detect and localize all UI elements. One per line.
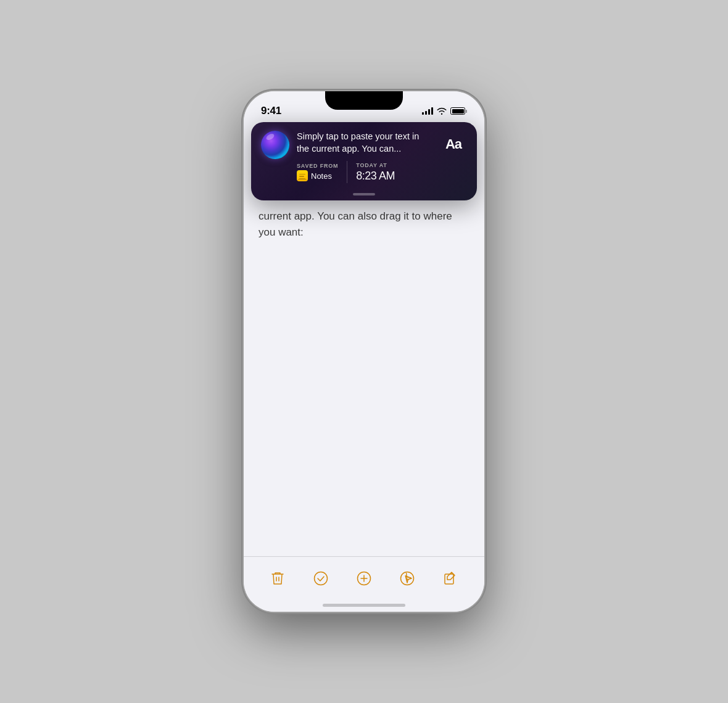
content-text: current app. You can also drag it to whe… [259, 208, 469, 240]
source-app-name: Notes [311, 171, 332, 181]
notch [325, 91, 403, 110]
status-time: 9:41 [261, 105, 281, 117]
navigation-icon [399, 570, 415, 586]
siri-today: TODAY AT 8:23 AM [356, 162, 395, 183]
svg-point-0 [315, 572, 328, 585]
aa-label: Aa [445, 136, 461, 152]
siri-meta: SAVED FROM Notes TODAY AT [297, 161, 432, 191]
trash-icon [270, 570, 285, 586]
siri-saved-from: SAVED FROM Notes [297, 163, 347, 181]
meta-divider [347, 161, 347, 183]
saved-from-label: SAVED FROM [297, 163, 338, 169]
today-label: TODAY AT [356, 162, 395, 168]
drag-handle [353, 193, 375, 195]
wifi-icon [437, 107, 447, 115]
siri-orb-icon [261, 131, 289, 159]
check-circle-icon [313, 570, 329, 586]
phone-frame: 9:41 Simply tap to pas [244, 91, 484, 612]
siri-text-block: Simply tap to paste your text in the cur… [297, 131, 432, 191]
svg-rect-4 [445, 574, 453, 584]
notes-app-icon [297, 170, 308, 181]
home-indicator [323, 604, 405, 607]
siri-main-text: Simply tap to paste your text in the cur… [297, 131, 432, 155]
delete-button[interactable] [263, 564, 292, 593]
signal-bars-icon [422, 107, 433, 115]
compose-button[interactable] [436, 564, 465, 593]
add-circle-icon [356, 570, 372, 586]
siri-aa-button[interactable]: Aa [440, 131, 467, 158]
today-time: 8:23 AM [356, 170, 395, 183]
compose-icon [443, 571, 458, 586]
siri-popup[interactable]: Simply tap to paste your text in the cur… [251, 122, 477, 200]
add-button[interactable] [349, 564, 379, 593]
status-icons [422, 107, 467, 115]
share-button[interactable] [392, 564, 422, 593]
battery-icon [450, 107, 467, 115]
check-button[interactable] [306, 564, 336, 593]
siri-source: Notes [297, 170, 338, 181]
